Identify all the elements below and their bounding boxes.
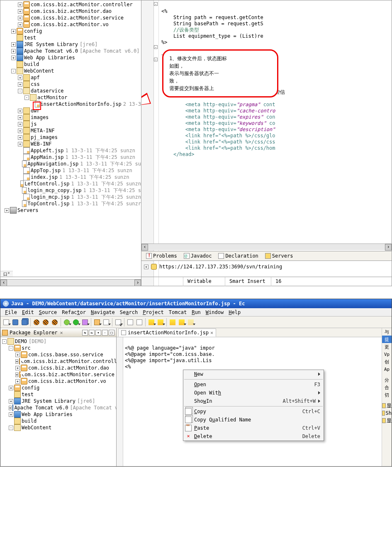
expand-icon[interactable]: +: [18, 82, 22, 87]
tree-apf[interactable]: +apf: [5, 74, 141, 81]
side-item[interactable]: 切: [382, 391, 392, 399]
annotation-prev-button[interactable]: [147, 318, 156, 326]
expand-icon[interactable]: +: [18, 16, 22, 20]
expand-icon[interactable]: +: [144, 265, 149, 269]
tree-pkg[interactable]: +com.icss.biz.actMonitor.vo: [2, 378, 114, 385]
tree-jsp-file[interactable]: login_mcp_copy.jsp1 13-3-11 下午4:25 s: [5, 187, 141, 194]
tree-pkg[interactable]: +com.icss.biz.actMonitor.controller: [2, 358, 114, 365]
tree-test[interactable]: test: [5, 34, 141, 41]
tree-webcontent[interactable]: -WebContent: [5, 68, 141, 74]
tree-pkg[interactable]: +com.icss.base.sso.service: [2, 351, 114, 358]
expand-icon[interactable]: +: [18, 2, 22, 7]
menu-copy-qualified[interactable]: Copy Qualified Name: [183, 416, 324, 424]
expand-icon[interactable]: +: [15, 379, 20, 384]
tree-webinf[interactable]: +WEB-INF: [5, 141, 141, 147]
editor-tab[interactable]: insertActionMonitorInfo.jsp ✕: [118, 329, 216, 337]
code-editor[interactable]: - - - <% String path = request.getConte …: [141, 0, 392, 286]
tomcat-stop-button[interactable]: [41, 318, 50, 326]
close-tab-icon[interactable]: ✕: [210, 330, 213, 336]
tree-test[interactable]: test: [2, 391, 114, 398]
save-all-button[interactable]: [20, 318, 29, 326]
tree-project[interactable]: -DEMO[DEMO]: [2, 338, 114, 345]
collapse-icon[interactable]: -: [18, 89, 22, 93]
menu-window[interactable]: Window: [204, 309, 226, 315]
tree-build[interactable]: build: [2, 418, 114, 424]
collapse-all-icon[interactable]: ⇆: [82, 330, 88, 336]
search-button[interactable]: [114, 318, 122, 326]
expand-icon[interactable]: +: [15, 353, 20, 357]
side-item[interactable]: 创: [382, 358, 392, 365]
maximize-icon[interactable]: □: [109, 330, 114, 336]
tree-pkg[interactable]: +com.icss.biz.actMonitor.dao: [2, 365, 114, 371]
expand-icon[interactable]: +: [9, 406, 12, 410]
tree-config[interactable]: +config: [2, 385, 114, 391]
expand-icon[interactable]: +: [18, 135, 22, 140]
side-item[interactable]: 合: [382, 384, 392, 391]
expand-icon[interactable]: +: [9, 412, 13, 417]
tree-dataservice[interactable]: -dataservice: [5, 88, 141, 94]
expand-icon[interactable]: +: [18, 122, 22, 127]
menu-copy[interactable]: CopyCtrl+C: [183, 407, 324, 416]
menu-edit[interactable]: Edit: [20, 309, 36, 315]
run-button[interactable]: [72, 318, 80, 326]
tree-jre[interactable]: +JRE System Library[jre6]: [5, 41, 141, 48]
tree-insert-jsp[interactable]: insertActionMonitorInfo.jsp2 13-3: [5, 101, 141, 107]
side-item[interactable]: Vp: [382, 351, 392, 358]
expand-icon[interactable]: +: [11, 56, 16, 60]
menu-paste[interactable]: PasteCtrl+V: [183, 424, 324, 432]
tree-jsp-file[interactable]: LeftControl.jsp1 13-3-11 下午4:25 sunzn: [5, 180, 141, 187]
side-item[interactable]: 与: [382, 328, 392, 336]
expand-icon[interactable]: +: [15, 372, 18, 377]
menu-new[interactable]: New: [183, 370, 324, 378]
side-item[interactable]: 显: [382, 402, 392, 409]
tab-servers[interactable]: Servers: [262, 252, 296, 260]
expand-icon[interactable]: +: [18, 129, 22, 133]
context-menu[interactable]: New OpenF3 Open With Show InAlt+Shift+W …: [183, 370, 324, 441]
expand-icon[interactable]: +: [5, 208, 9, 213]
show-whitespace-button[interactable]: [135, 318, 144, 326]
tree-webcontent[interactable]: -WebContent: [2, 424, 114, 431]
tree-metainf[interactable]: +META-INF: [5, 127, 141, 134]
tree-jsp-file[interactable]: index.jsp1 13-3-11 下午4:25 sunzn: [5, 174, 141, 180]
collapse-icon[interactable]: -: [11, 69, 16, 73]
menu-search[interactable]: Search: [118, 309, 140, 315]
collapse-icon[interactable]: -: [9, 426, 13, 430]
view-menu-icon[interactable]: ▾: [95, 330, 101, 336]
tree-css[interactable]: +css: [5, 81, 141, 88]
tree-jre[interactable]: +JRE System Library[jre6]: [2, 398, 114, 404]
tab-problems[interactable]: Problems: [143, 252, 180, 260]
side-item[interactable]: 分: [382, 376, 392, 384]
menu-navigate[interactable]: Navigate: [89, 309, 117, 315]
tree-tomcat[interactable]: +Apache Tomcat v6.0[Apache Tomcat v6.0]: [5, 48, 141, 54]
tree-jsp-file[interactable]: AppNavigation.jsp1 13-3-11 下午4:25 su: [5, 161, 141, 167]
tree-pkg-controller[interactable]: +com.icss.biz.actMonitor.controller: [5, 1, 141, 8]
menu-help[interactable]: Help: [226, 309, 243, 315]
close-view-icon[interactable]: ✕: [60, 330, 63, 336]
collapse-icon[interactable]: -: [2, 339, 7, 344]
tree-pjimages[interactable]: +pj_images: [5, 134, 141, 141]
expand-icon[interactable]: +: [11, 29, 16, 34]
menu-file[interactable]: File: [3, 309, 19, 315]
menu-run[interactable]: Run: [190, 309, 203, 315]
menu-delete[interactable]: ✕DeleteDelete: [183, 432, 324, 441]
menu-refactor[interactable]: Refactor: [60, 309, 88, 315]
menu-open-with[interactable]: Open With: [183, 389, 324, 397]
tree-pkg-service[interactable]: +com.icss.biz.actMonitor.service: [5, 15, 141, 21]
side-item[interactable]: Sh: [382, 409, 392, 417]
scroll-left-icon[interactable]: ‹: [141, 244, 148, 251]
tree-src[interactable]: -src: [2, 345, 114, 351]
tree-webapplib[interactable]: +Web App Libraries: [5, 54, 141, 61]
tree-build[interactable]: build: [5, 61, 141, 68]
tree-jsp-file[interactable]: login_mcp.jsp1 13-3-11 下午4:25 sunzn: [5, 194, 141, 200]
new-button[interactable]: [2, 318, 10, 326]
quick-access[interactable]: 口°: [0, 271, 13, 277]
package-explorer-tree[interactable]: +com.icss.biz.actMonitor.controller +com…: [0, 0, 141, 286]
expand-icon[interactable]: +: [18, 115, 22, 120]
expand-icon[interactable]: +: [18, 75, 22, 80]
menu-show-in[interactable]: Show InAlt+Shift+W: [183, 397, 324, 405]
expand-icon[interactable]: +: [18, 109, 22, 113]
forward-button[interactable]: [187, 318, 195, 326]
tree-pkg-vo[interactable]: +com.icss.biz.actMonitor.vo: [5, 21, 141, 28]
run-last-button[interactable]: [81, 318, 89, 326]
tree-config[interactable]: +config: [5, 28, 141, 34]
